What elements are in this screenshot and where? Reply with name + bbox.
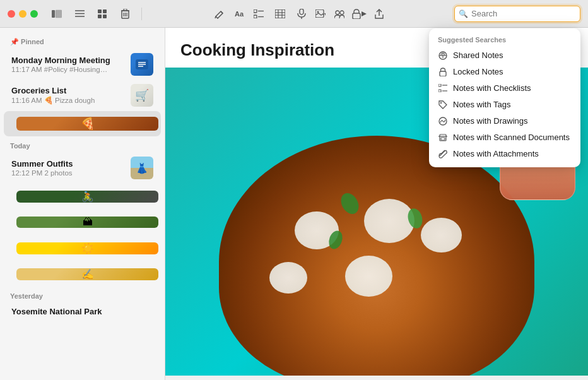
lock-button[interactable] (352, 5, 367, 23)
svg-rect-17 (254, 9, 257, 13)
note-thumb-hike: 🏔 (16, 217, 158, 228)
dropdown-item-locked[interactable]: Locked Notes (429, 64, 580, 80)
note-meta-summer: 12:12 PM 2 photos (11, 169, 126, 177)
checklist-button[interactable] (250, 5, 268, 23)
drawings-icon (438, 116, 448, 126)
toolbar-right: 🔍 Suggested Searches Shared Notes Locked… (454, 6, 580, 22)
traffic-lights (8, 10, 38, 18)
collaborate-button[interactable] (331, 5, 348, 23)
dropdown-item-attachments[interactable]: Notes with Attachments (429, 146, 580, 162)
close-button[interactable] (8, 10, 15, 18)
svg-rect-26 (300, 9, 303, 15)
titlebar: Aa ▾ 🔍 Suggested Searches (0, 0, 588, 28)
table-button[interactable] (271, 5, 289, 23)
editor-toolbar: Aa ▾ (150, 5, 449, 23)
dropdown-header: Suggested Searches (429, 33, 580, 47)
section-yesterday: Yesterday (0, 287, 165, 302)
section-today: Today (0, 137, 165, 152)
svg-rect-0 (52, 10, 55, 18)
share-button[interactable] (370, 5, 388, 23)
note-thumb-cooking: 🍕 (16, 117, 158, 131)
dropdown-item-tags-label: Notes with Tags (453, 100, 511, 109)
note-thumb-evolution: ✍️ (16, 268, 158, 280)
svg-text:▾: ▾ (324, 11, 326, 17)
note-item-hike[interactable]: Places to hike 11:30 AM 2 photos 🏔 (4, 210, 161, 235)
sidebar-toggle-button[interactable] (48, 5, 66, 23)
dropdown-item-tags[interactable]: Notes with Tags (429, 97, 580, 113)
svg-rect-1 (56, 10, 62, 18)
checklist-icon (438, 83, 448, 93)
search-dropdown: Suggested Searches Shared Notes Locked N… (429, 28, 580, 167)
svg-point-29 (317, 11, 319, 13)
locked-icon (438, 67, 448, 77)
search-container: 🔍 Suggested Searches Shared Notes Locked… (454, 6, 580, 22)
svg-rect-11 (124, 9, 127, 11)
note-item-cooking[interactable]: Cooking Inspiration Yesterday 2 photos 🍕 (4, 111, 161, 136)
minimize-button[interactable] (19, 10, 26, 18)
note-item-monday[interactable]: Monday Morning Meeting 11:17 AM #Policy … (4, 49, 161, 80)
section-pinned: 📌 Pinned (0, 33, 165, 49)
compose-button[interactable] (211, 5, 228, 23)
note-item-groceries[interactable]: Groceries List 11:16 AM 🍕 Pizza dough 🛒 (4, 80, 161, 110)
tags-icon (438, 100, 448, 110)
svg-rect-21 (275, 9, 285, 18)
note-item-family[interactable]: ⊙ Family Vacation 11:32 AM #travel 🚴 (4, 184, 161, 209)
svg-point-32 (340, 11, 344, 15)
svg-rect-40 (438, 90, 441, 92)
svg-point-42 (440, 102, 442, 103)
note-thumb-groceries: 🛒 (131, 84, 153, 107)
format-text-button[interactable]: Aa (232, 5, 246, 23)
svg-line-15 (221, 11, 223, 13)
note-thumb-monday (131, 53, 153, 76)
grid-view-button[interactable] (93, 5, 111, 23)
svg-rect-5 (98, 9, 102, 13)
dropdown-item-scanned[interactable]: Notes with Scanned Documents (429, 129, 580, 146)
audio-button[interactable] (293, 5, 310, 23)
svg-rect-38 (438, 84, 441, 86)
note-title-groceries: Groceries List (11, 86, 126, 95)
dropdown-item-checklists-label: Notes with Checklists (453, 83, 531, 93)
svg-rect-33 (353, 13, 360, 19)
note-thumb-sunlight: ☀️ (16, 242, 158, 254)
svg-rect-19 (254, 15, 257, 18)
svg-rect-6 (103, 9, 107, 13)
note-title-summer: Summer Outfits (11, 159, 126, 169)
dropdown-item-shared-label: Shared Notes (453, 50, 503, 60)
note-meta-groceries: 11:16 AM 🍕 Pizza dough (11, 96, 126, 105)
dropdown-item-attachments-label: Notes with Attachments (453, 149, 539, 158)
attachments-icon (438, 149, 448, 159)
svg-rect-7 (98, 15, 102, 18)
note-item-evolution[interactable]: The Evolution of Massi… 9:01 AM Handwrit… (4, 261, 161, 287)
note-title-monday: Monday Morning Meeting (11, 56, 126, 65)
media-button[interactable]: ▾ (314, 5, 327, 23)
sidebar: 📌 Pinned Monday Morning Meeting 11:17 AM… (0, 28, 165, 380)
note-thumb-family: 🚴 (16, 191, 158, 203)
dropdown-item-scanned-label: Notes with Scanned Documents (453, 133, 570, 142)
svg-point-31 (336, 11, 339, 15)
note-item-sunlight[interactable]: Sunlight and Circadian… 9:30 AM #school … (4, 235, 161, 261)
dropdown-item-drawings[interactable]: Notes with Drawings (429, 113, 580, 129)
scanned-icon (438, 133, 448, 143)
note-meta-monday: 11:17 AM #Policy #Housing… (11, 66, 126, 73)
note-title-yosemite: Yosemite National Park (11, 307, 153, 316)
shared-icon (438, 50, 448, 61)
dropdown-item-locked-label: Locked Notes (453, 67, 503, 76)
svg-rect-37 (440, 71, 446, 76)
list-view-button[interactable] (71, 5, 88, 23)
delete-button[interactable] (116, 5, 134, 23)
svg-rect-8 (103, 15, 107, 18)
svg-line-16 (215, 16, 216, 18)
svg-rect-46 (441, 138, 445, 140)
dropdown-item-shared[interactable]: Shared Notes (429, 47, 580, 64)
pizza-image (219, 136, 534, 376)
note-thumb-summer: 👗 (131, 157, 153, 179)
dropdown-item-checklists[interactable]: Notes with Checklists (429, 80, 580, 97)
maximize-button[interactable] (30, 10, 38, 18)
note-item-yosemite[interactable]: Yosemite National Park (4, 303, 161, 320)
note-item-summer[interactable]: Summer Outfits 12:12 PM 2 photos 👗 (4, 153, 161, 183)
search-input[interactable] (454, 6, 580, 22)
dropdown-item-drawings-label: Notes with Drawings (453, 116, 528, 126)
